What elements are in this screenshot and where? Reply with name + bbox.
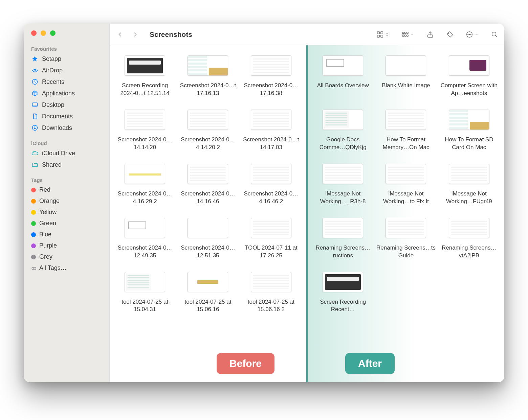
- downloads-icon: [31, 124, 39, 132]
- file-item[interactable]: Screenshot 2024-0…12.49.35: [115, 218, 175, 260]
- after-badge: After: [345, 353, 395, 374]
- more-actions-button[interactable]: [466, 31, 479, 38]
- toolbar: Screenshots: [110, 24, 504, 45]
- sidebar-item-icloud-drive[interactable]: iCloud Drive: [24, 147, 109, 159]
- tag-color-dot: [31, 199, 36, 204]
- tag-item-grey[interactable]: Grey: [24, 251, 109, 262]
- sidebar-item-desktop[interactable]: Desktop: [24, 99, 109, 111]
- tag-item-red[interactable]: Red: [24, 184, 109, 195]
- close-window-button[interactable]: [31, 30, 37, 36]
- tags-button[interactable]: [446, 31, 454, 38]
- file-thumbnail: [386, 110, 426, 130]
- file-item[interactable]: Screenshot 2024-0…4.16.46 2: [241, 164, 301, 206]
- tag-item-all-tags-[interactable]: All Tags…: [24, 262, 109, 274]
- file-thumbnail: [449, 164, 489, 184]
- back-button[interactable]: [116, 30, 125, 39]
- sidebar-item-label: Shared: [42, 161, 62, 168]
- file-item[interactable]: TOOL 2024-07-11 at 17.26.25: [241, 218, 301, 260]
- file-thumbnail: [323, 272, 363, 292]
- file-item[interactable]: tool 2024-07-25 at 15.06.16 2: [241, 272, 301, 314]
- sidebar-item-applications[interactable]: Applications: [24, 88, 109, 99]
- sidebar-item-documents[interactable]: Documents: [24, 111, 109, 122]
- file-thumbnail: [125, 164, 165, 184]
- svg-point-23: [469, 34, 470, 35]
- svg-rect-9: [377, 31, 379, 33]
- file-item[interactable]: iMessage Not Working…_R3h-8: [313, 164, 373, 206]
- file-thumbnail: [386, 218, 426, 238]
- sidebar-item-label: Setapp: [42, 55, 61, 63]
- file-item[interactable]: iMessage Not Working…to Fix It: [376, 164, 436, 206]
- file-item[interactable]: iMessage Not Working…FUgr49: [439, 164, 499, 206]
- sidebar-item-label: Downloads: [42, 124, 72, 132]
- file-thumbnail: [386, 164, 426, 184]
- file-item[interactable]: tool 2024-07-25 at 15.06.16: [178, 272, 238, 314]
- search-button[interactable]: [491, 31, 498, 38]
- file-name-label: tool 2024-07-25 at 15.04.31: [115, 298, 175, 314]
- sidebar-item-label: Applications: [42, 90, 75, 97]
- file-name-label: Screenshot 2024-0…4.16.29 2: [115, 190, 175, 206]
- file-item[interactable]: Renaming Screens…ts Guide: [376, 218, 436, 260]
- zoom-window-button[interactable]: [50, 30, 56, 36]
- file-item[interactable]: Screenshot 2024-0…t 17.16.13: [178, 55, 238, 97]
- sidebar-item-downloads[interactable]: Downloads: [24, 122, 109, 134]
- tag-item-purple[interactable]: Purple: [24, 240, 109, 251]
- tag-color-dot: [31, 188, 36, 192]
- sidebar-item-label: Desktop: [42, 101, 64, 109]
- share-button[interactable]: [426, 31, 434, 38]
- sidebar-item-label: Recents: [42, 78, 64, 86]
- file-item[interactable]: How To Format Memory…On Mac: [376, 110, 436, 151]
- tag-item-green[interactable]: Green: [24, 218, 109, 229]
- file-name-label: Blank White Image: [382, 82, 430, 90]
- svg-rect-15: [407, 32, 409, 33]
- file-item[interactable]: Screen Recording 2024-0…t 12.51.14: [115, 55, 175, 97]
- sidebar-item-setapp[interactable]: Setapp: [24, 53, 109, 65]
- file-thumbnail: [323, 55, 363, 76]
- sidebar-item-label: AirDrop: [42, 67, 63, 74]
- sidebar-item-recents[interactable]: Recents: [24, 76, 109, 88]
- minimize-window-button[interactable]: [41, 30, 46, 36]
- svg-point-20: [448, 32, 449, 33]
- file-name-label: Screenshot 2024-0…12.49.35: [115, 244, 175, 260]
- file-item[interactable]: Screenshot 2024-0…t 14.17.03: [241, 110, 301, 151]
- file-item[interactable]: Renaming Screens…ytA2jPB: [439, 218, 499, 260]
- file-item[interactable]: Renaming Screens…ructions: [313, 218, 373, 260]
- tag-label: Grey: [39, 253, 52, 260]
- desktop-icon: [31, 101, 39, 109]
- file-item[interactable]: Screenshot 2024-0…4.16.29 2: [115, 164, 175, 206]
- file-name-label: Screenshot 2024-0…14.14.20: [115, 136, 175, 151]
- svg-marker-0: [32, 56, 38, 62]
- tag-label: All Tags…: [39, 264, 67, 272]
- file-item[interactable]: Screenshot 2024-0…12.51.35: [178, 218, 238, 260]
- file-item[interactable]: Screenshot 2024-0…14.14.20: [115, 110, 175, 151]
- sidebar-section-favourites-header: Favourites: [24, 44, 109, 53]
- file-item[interactable]: Screen Recording Recent…: [313, 272, 373, 314]
- tag-item-orange[interactable]: Orange: [24, 195, 109, 207]
- file-item[interactable]: Blank White Image: [376, 55, 436, 97]
- sidebar-section-tags-header: Tags: [24, 175, 109, 184]
- view-as-icons-button[interactable]: [376, 31, 389, 38]
- file-name-label: Screenshot 2024-0…4.14.20 2: [178, 136, 238, 151]
- file-item[interactable]: Computer Screen with Ap…eenshots: [439, 55, 499, 97]
- tag-color-dot: [31, 232, 36, 237]
- icloud-icon: [31, 149, 39, 157]
- file-item[interactable]: tool 2024-07-25 at 15.04.31: [115, 272, 175, 314]
- tag-item-yellow[interactable]: Yellow: [24, 207, 109, 218]
- svg-point-25: [492, 32, 496, 36]
- finder-window: Favourites SetappAirDropRecentsApplicati…: [24, 24, 504, 382]
- file-item[interactable]: All Boards Overview: [313, 55, 373, 97]
- sidebar-item-airdrop[interactable]: AirDrop: [24, 65, 109, 76]
- forward-button[interactable]: [131, 30, 139, 39]
- tag-item-blue[interactable]: Blue: [24, 229, 109, 240]
- tag-label: Yellow: [39, 209, 57, 216]
- group-by-button[interactable]: [401, 31, 414, 38]
- file-item[interactable]: How To Format SD Card On Mac: [439, 110, 499, 151]
- comparison-panes: Screen Recording 2024-0…t 12.51.14Screen…: [110, 45, 504, 382]
- file-item[interactable]: Google Docs Comme…QDlyKjg: [313, 110, 373, 151]
- file-thumbnail: [386, 55, 426, 76]
- file-item[interactable]: Screenshot 2024-0…17.16.38: [241, 55, 301, 97]
- tag-label: Purple: [39, 242, 57, 249]
- file-thumbnail: [449, 218, 489, 238]
- file-item[interactable]: Screenshot 2024-0…4.14.20 2: [178, 110, 238, 151]
- sidebar-item-shared[interactable]: Shared: [24, 159, 109, 170]
- file-item[interactable]: Screenshot 2024-0…14.16.46: [178, 164, 238, 206]
